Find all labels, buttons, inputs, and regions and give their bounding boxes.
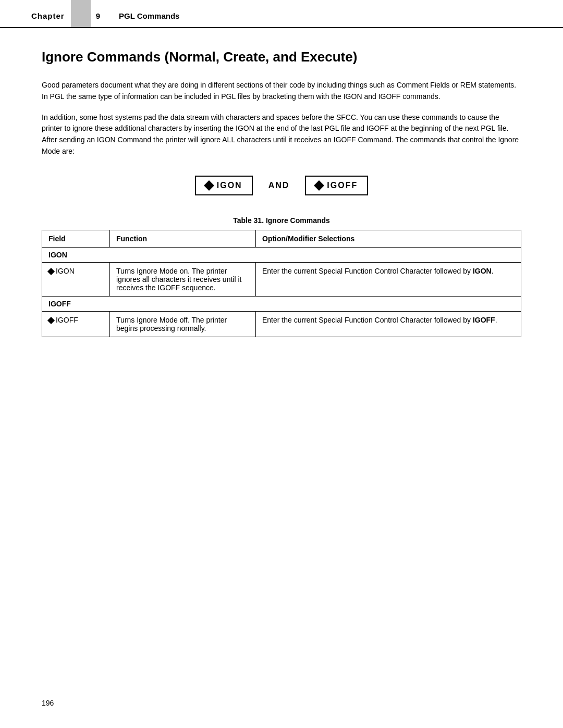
igon-command-box: IGON (195, 176, 253, 195)
igon-function-cell: Turns Ignore Mode on. The printer ignore… (110, 263, 256, 297)
col-header-option: Option/Modifier Selections (256, 230, 521, 248)
table-container: Table 31. Ignore Commands Field Function… (42, 216, 521, 337)
igoff-option-cell: Enter the current Special Function Contr… (256, 312, 521, 337)
igoff-section-header: IGOFF (42, 297, 521, 312)
table-header-row: Field Function Option/Modifier Selection… (42, 230, 521, 248)
igoff-function-cell: Turns Ignore Mode off. The printer begin… (110, 312, 256, 337)
page-title: Ignore Commands (Normal, Create, and Exe… (42, 49, 521, 65)
paragraph-2: In addition, some host systems pad the d… (42, 112, 521, 157)
igon-row-diamond (47, 268, 55, 275)
main-content: Ignore Commands (Normal, Create, and Exe… (0, 28, 563, 368)
col-header-function: Function (110, 230, 256, 248)
igon-row-field: IGON (56, 267, 75, 275)
table-row: IGON Turns Ignore Mode on. The printer i… (42, 263, 521, 297)
igoff-section-label: IGOFF (42, 297, 521, 312)
igoff-row-diamond (47, 317, 55, 324)
igoff-field-cell: IGOFF (42, 312, 110, 337)
igon-label: IGON (217, 181, 242, 190)
command-display: IGON AND IGOFF (42, 176, 521, 195)
ignore-commands-table: Field Function Option/Modifier Selection… (42, 230, 521, 337)
chapter-label: Chapter (31, 11, 65, 20)
igon-field-cell: IGON (42, 263, 110, 297)
chapter-number: 9 (96, 11, 100, 20)
igon-diamond-icon (204, 180, 214, 191)
igoff-command-box: IGOFF (305, 176, 368, 195)
igon-section-label: IGON (42, 248, 521, 263)
page-header: Chapter 9 PGL Commands (0, 0, 563, 28)
igoff-diamond-icon (314, 180, 324, 191)
igoff-row-field: IGOFF (56, 316, 78, 324)
table-title: Table 31. Ignore Commands (42, 216, 521, 225)
page-number: 196 (42, 699, 54, 707)
paragraph-1: Good parameters document what they are d… (42, 80, 521, 102)
igon-option-cell: Enter the current Special Function Contr… (256, 263, 521, 297)
igon-section-header: IGON (42, 248, 521, 263)
page: Chapter 9 PGL Commands Ignore Commands (… (0, 0, 563, 728)
table-row: IGOFF Turns Ignore Mode off. The printer… (42, 312, 521, 337)
and-label: AND (268, 181, 290, 190)
igoff-label: IGOFF (327, 181, 358, 190)
col-header-field: Field (42, 230, 110, 248)
section-title: PGL Commands (119, 11, 179, 20)
